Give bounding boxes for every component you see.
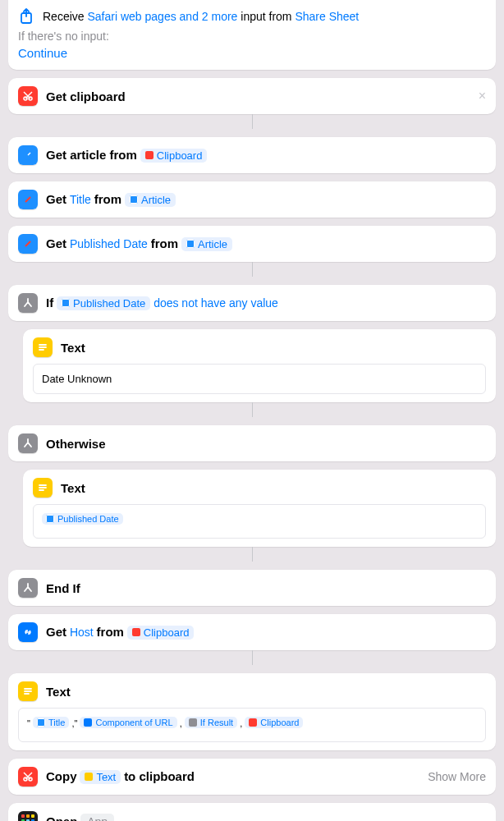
scissors-icon xyxy=(145,151,153,159)
if-label: If xyxy=(46,296,53,310)
action-text-compose[interactable]: Text " Title ," Component of URL , If Re… xyxy=(8,673,496,750)
quote: ," xyxy=(71,718,77,728)
branch-icon xyxy=(18,578,38,598)
safari-icon xyxy=(18,234,38,254)
no-input-continue[interactable]: Continue xyxy=(18,46,486,62)
receive-input-from: input from xyxy=(241,10,291,23)
action-title: Text xyxy=(61,481,85,495)
action-endif[interactable]: End If xyxy=(8,570,496,606)
token-article[interactable]: Article xyxy=(125,193,176,207)
token-clipboard[interactable]: Clipboard xyxy=(127,626,195,640)
scissors-icon xyxy=(18,767,38,787)
quote: " xyxy=(27,718,30,728)
token-if-result[interactable]: If Result xyxy=(185,717,237,728)
action-title: Text xyxy=(46,685,71,699)
share-sheet-icon xyxy=(18,8,34,25)
text-value[interactable]: Published Date xyxy=(33,504,486,539)
token-component-url[interactable]: Component of URL xyxy=(80,717,176,728)
connector xyxy=(8,650,496,665)
close-icon[interactable]: × xyxy=(479,89,486,103)
action-get-article[interactable]: Get article from Clipboard xyxy=(8,137,496,173)
param-title[interactable]: Title xyxy=(70,193,91,206)
token-clipboard[interactable]: Clipboard xyxy=(245,717,303,728)
connector xyxy=(8,114,496,129)
action-title: Get clipboard xyxy=(46,89,126,103)
action-if[interactable]: If Published Date does not have any valu… xyxy=(8,285,496,321)
param-published-date[interactable]: Published Date xyxy=(70,237,148,250)
get-label: Get xyxy=(46,625,66,639)
token-clipboard[interactable]: Clipboard xyxy=(140,149,208,163)
text-icon xyxy=(33,478,53,498)
branch-icon xyxy=(18,293,38,313)
action-text-pubdate[interactable]: Text Published Date xyxy=(23,470,496,547)
receive-input-types[interactable]: Safari web pages and 2 more xyxy=(87,10,237,23)
text-value[interactable]: " Title ," Component of URL , If Result … xyxy=(18,708,486,742)
text-icon xyxy=(33,337,53,357)
show-more-button[interactable]: Show More xyxy=(428,770,486,783)
safari-icon xyxy=(130,195,138,204)
safari-icon xyxy=(62,299,70,307)
endif-label: End If xyxy=(46,581,80,595)
app-placeholder[interactable]: App xyxy=(80,814,114,822)
receive-card: Receive Safari web pages and 2 more inpu… xyxy=(8,0,496,70)
safari-icon xyxy=(37,718,45,727)
action-get-clipboard[interactable]: Get clipboard × xyxy=(8,78,496,114)
action-title: Get article from xyxy=(46,148,137,162)
action-get-published-date[interactable]: Get Published Date from Article xyxy=(8,226,496,262)
otherwise-label: Otherwise xyxy=(46,437,106,451)
action-otherwise[interactable]: Otherwise xyxy=(8,425,496,461)
open-label: Open xyxy=(46,814,77,822)
get-label: Get xyxy=(46,236,66,250)
from-label: from xyxy=(97,625,124,639)
no-input-label: If there's no input: xyxy=(18,25,486,46)
scissors-icon xyxy=(249,718,257,727)
link-icon xyxy=(18,622,38,642)
token-text[interactable]: Text xyxy=(80,770,121,784)
connector xyxy=(8,262,496,277)
safari-icon xyxy=(18,190,38,209)
token-title[interactable]: Title xyxy=(33,717,69,728)
scissors-icon xyxy=(18,86,38,106)
branch-icon xyxy=(18,433,38,453)
branch-icon xyxy=(189,718,197,727)
condition[interactable]: does not have any value xyxy=(153,296,278,310)
action-open-app[interactable]: Open App xyxy=(8,803,496,821)
connector xyxy=(8,402,496,417)
text-icon xyxy=(85,773,93,781)
receive-source[interactable]: Share Sheet xyxy=(295,10,359,23)
from-label: from xyxy=(94,192,121,206)
action-get-host[interactable]: Get Host from Clipboard xyxy=(8,614,496,650)
link-icon xyxy=(84,718,92,727)
connector xyxy=(8,547,496,562)
receive-label: Receive xyxy=(43,10,85,23)
action-get-title[interactable]: Get Title from Article xyxy=(8,181,496,218)
action-copy[interactable]: Copy Text to clipboard Show More xyxy=(8,759,496,795)
param-host[interactable]: Host xyxy=(70,626,94,639)
safari-icon xyxy=(46,515,54,523)
separator: , xyxy=(180,718,182,728)
action-title: Text xyxy=(61,341,85,355)
from-label: from xyxy=(151,236,178,250)
safari-icon xyxy=(186,240,195,248)
copy-label: Copy xyxy=(46,769,77,783)
get-label: Get xyxy=(46,192,66,206)
apps-icon xyxy=(18,811,38,821)
to-clipboard-label: to clipboard xyxy=(124,769,195,783)
token-published-date[interactable]: Published Date xyxy=(42,513,123,525)
action-text-unknown[interactable]: Text Date Unknown xyxy=(23,329,496,402)
text-value[interactable]: Date Unknown xyxy=(33,364,486,394)
safari-icon xyxy=(18,145,38,165)
token-article[interactable]: Article xyxy=(181,237,232,251)
separator: , xyxy=(240,718,242,728)
text-icon xyxy=(18,681,38,701)
token-published-date[interactable]: Published Date xyxy=(57,296,150,310)
scissors-icon xyxy=(132,628,140,636)
